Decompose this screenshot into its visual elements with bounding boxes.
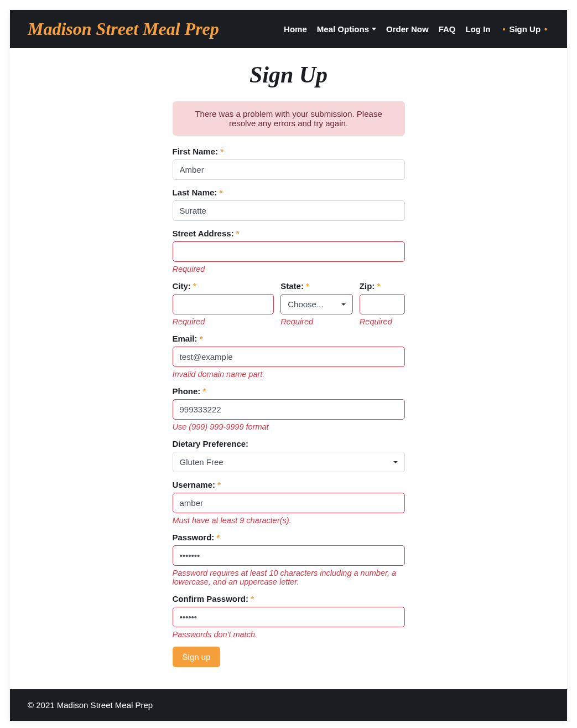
email-error: Invalid domain name part. bbox=[173, 370, 405, 379]
first-name-group: First Name: * bbox=[173, 147, 405, 180]
required-star: * bbox=[193, 281, 196, 291]
zip-group: Zip: * Required bbox=[360, 281, 405, 326]
zip-input[interactable] bbox=[360, 294, 405, 314]
email-group: Email: * Invalid domain name part. bbox=[173, 334, 405, 379]
required-star: * bbox=[377, 281, 381, 291]
street-address-error: Required bbox=[173, 265, 405, 273]
password-input[interactable] bbox=[173, 545, 405, 566]
required-star: * bbox=[220, 147, 223, 156]
username-input[interactable] bbox=[173, 493, 405, 513]
email-input[interactable] bbox=[173, 347, 405, 367]
required-star: * bbox=[217, 480, 221, 489]
state-group: State: * Choose... Required bbox=[280, 281, 353, 326]
required-star: * bbox=[217, 533, 220, 542]
confirm-password-label-text: Confirm Password: bbox=[173, 594, 249, 603]
page-title: Sign Up bbox=[173, 61, 405, 88]
password-label: Password: * bbox=[173, 533, 405, 542]
password-group: Password: * Password requires at least 1… bbox=[173, 533, 405, 586]
main-content: Sign Up There was a problem with your su… bbox=[173, 48, 405, 689]
city-label: City: * bbox=[173, 281, 274, 291]
street-address-label-text: Street Address: bbox=[173, 229, 234, 238]
first-name-input[interactable] bbox=[173, 159, 405, 180]
nav-sign-up[interactable]: Sign Up bbox=[501, 24, 549, 34]
username-label-text: Username: bbox=[173, 480, 216, 489]
email-label-text: Email: bbox=[173, 334, 197, 343]
phone-error: Use (999) 999-9999 format bbox=[173, 422, 405, 431]
username-group: Username: * Must have at least 9 charact… bbox=[173, 480, 405, 525]
street-address-label: Street Address: * bbox=[173, 229, 405, 238]
nav-home[interactable]: Home bbox=[284, 24, 307, 34]
city-group: City: * Required bbox=[173, 281, 274, 326]
phone-group: Phone: * Use (999) 999-9999 format bbox=[173, 386, 405, 431]
required-star: * bbox=[306, 281, 309, 291]
phone-label: Phone: * bbox=[173, 386, 405, 396]
username-error: Must have at least 9 character(s). bbox=[173, 516, 405, 525]
nav-order-now[interactable]: Order Now bbox=[386, 24, 429, 34]
required-star: * bbox=[220, 188, 223, 197]
password-error: Password requires at least 10 characters… bbox=[173, 569, 405, 586]
last-name-label: Last Name: * bbox=[173, 188, 405, 197]
nav-meal-options-label: Meal Options bbox=[317, 24, 369, 34]
username-label: Username: * bbox=[173, 480, 405, 489]
zip-label-text: Zip: bbox=[360, 281, 375, 291]
city-input[interactable] bbox=[173, 294, 274, 314]
state-error: Required bbox=[280, 317, 353, 326]
city-error: Required bbox=[173, 317, 274, 326]
nav-links: Home Meal Options Order Now FAQ Log In S… bbox=[284, 24, 549, 34]
zip-label: Zip: * bbox=[360, 281, 405, 291]
state-label-text: State: bbox=[280, 281, 304, 291]
first-name-label-text: First Name: bbox=[173, 147, 219, 156]
confirm-password-label: Confirm Password: * bbox=[173, 594, 405, 603]
state-label: State: * bbox=[280, 281, 353, 291]
zip-error: Required bbox=[360, 317, 405, 326]
phone-label-text: Phone: bbox=[173, 386, 201, 396]
submit-button[interactable]: Sign up bbox=[173, 647, 221, 667]
footer: © 2021 Madison Street Meal Prep bbox=[10, 689, 567, 721]
phone-input[interactable] bbox=[173, 399, 405, 420]
password-label-text: Password: bbox=[173, 533, 215, 542]
nav-log-in[interactable]: Log In bbox=[466, 24, 491, 34]
nav-faq[interactable]: FAQ bbox=[439, 24, 456, 34]
chevron-down-icon bbox=[372, 28, 376, 30]
error-alert: There was a problem with your submission… bbox=[173, 101, 405, 136]
nav-meal-options[interactable]: Meal Options bbox=[317, 24, 376, 34]
city-label-text: City: bbox=[173, 281, 191, 291]
dietary-label: Dietary Preference: bbox=[173, 439, 405, 448]
required-star: * bbox=[251, 594, 254, 603]
last-name-input[interactable] bbox=[173, 200, 405, 221]
last-name-group: Last Name: * bbox=[173, 188, 405, 221]
email-label: Email: * bbox=[173, 334, 405, 343]
confirm-password-input[interactable] bbox=[173, 607, 405, 627]
footer-text: © 2021 Madison Street Meal Prep bbox=[28, 700, 153, 710]
navbar: Madison Street Meal Prep Home Meal Optio… bbox=[10, 10, 567, 48]
dietary-group: Dietary Preference: Gluten Free bbox=[173, 439, 405, 472]
first-name-label: First Name: * bbox=[173, 147, 405, 156]
dietary-select[interactable]: Gluten Free bbox=[173, 452, 405, 472]
required-star: * bbox=[236, 229, 240, 238]
street-address-group: Street Address: * Required bbox=[173, 229, 405, 273]
city-state-zip-row: City: * Required State: * Choose... Requ… bbox=[173, 281, 405, 326]
state-select[interactable]: Choose... bbox=[280, 294, 353, 314]
required-star: * bbox=[200, 334, 203, 343]
confirm-password-group: Confirm Password: * Passwords don't matc… bbox=[173, 594, 405, 639]
brand-logo[interactable]: Madison Street Meal Prep bbox=[28, 19, 219, 39]
street-address-input[interactable] bbox=[173, 241, 405, 262]
confirm-password-error: Passwords don't match. bbox=[173, 630, 405, 639]
last-name-label-text: Last Name: bbox=[173, 188, 217, 197]
required-star: * bbox=[203, 386, 206, 396]
